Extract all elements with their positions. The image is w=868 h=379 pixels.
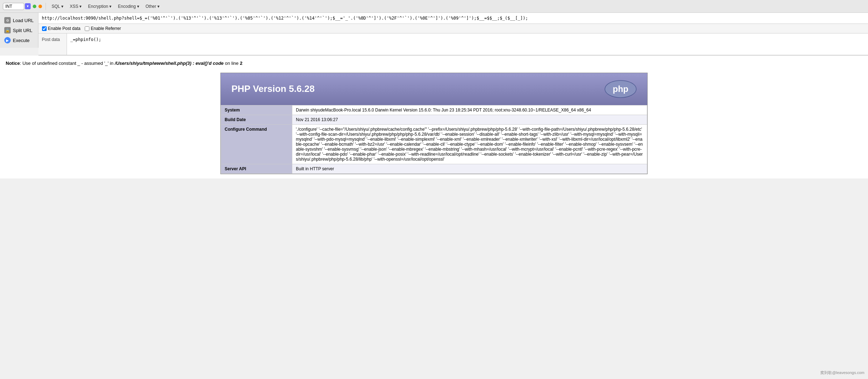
table-row: SystemDarwin shiyudeMacBook-Pro.local 15… — [221, 105, 647, 115]
post-data-area: Post data _=phpinfo(); — [38, 33, 868, 56]
enable-post-label[interactable]: Enable Post data — [42, 26, 80, 31]
notice-path: /Users/shiyu/tmp/www/shell.php(3) : eval… — [115, 61, 224, 66]
post-data-label: Post data — [38, 33, 67, 55]
php-logo: php — [605, 80, 637, 98]
load-url-item[interactable]: ⚙ Load URL — [1, 16, 37, 25]
load-url-icon: ⚙ — [4, 17, 11, 24]
url-input[interactable] — [38, 13, 868, 24]
select-group: INT STRING ▾ — [3, 3, 31, 10]
enable-post-text: Enable Post data — [48, 26, 80, 31]
table-row: Build DateNov 21 2016 13:06:27 — [221, 115, 647, 124]
notice-suffix: on line — [224, 61, 240, 66]
phpinfo-table: SystemDarwin shiyudeMacBook-Pro.local 15… — [221, 105, 647, 174]
php-version: PHP Version 5.6.28 — [231, 83, 315, 94]
phpinfo-wrapper: PHP Version 5.6.28 php SystemDarwin shiy… — [220, 73, 648, 174]
toolbar-separator — [46, 3, 46, 10]
split-url-label: Split URL — [13, 28, 32, 33]
toolbar: INT STRING ▾ SQL XSS Encryption Encoding… — [0, 0, 868, 13]
url-bar — [38, 13, 868, 24]
enable-referrer-label[interactable]: Enable Referrer — [85, 26, 121, 31]
row-label: Server API — [221, 164, 292, 173]
encoding-menu-btn[interactable]: Encoding — [116, 3, 141, 10]
load-url-label: Load URL — [13, 18, 34, 23]
content-area: Enable Post data Enable Referrer Post da… — [38, 13, 868, 56]
checkbox-row: Enable Post data Enable Referrer — [38, 24, 868, 33]
notice-line: Notice: Use of undefined constant _ - as… — [6, 60, 862, 67]
row-value: './configure' '--cache-file="/Users/shiy… — [292, 124, 647, 164]
row-label: Build Date — [221, 115, 292, 124]
other-menu-btn[interactable]: Other — [143, 3, 162, 10]
output-area: Notice: Use of undefined constant _ - as… — [0, 56, 868, 178]
main-layout: ⚙ Load URL 🔒 Split URL ▶ Execute Enable … — [0, 13, 868, 56]
select-arrow-btn[interactable]: ▾ — [25, 3, 31, 9]
dot-green-icon — [33, 5, 36, 8]
enable-referrer-text: Enable Referrer — [91, 26, 121, 31]
execute-icon: ▶ — [4, 37, 11, 43]
xss-menu-btn[interactable]: XSS — [68, 3, 84, 10]
encryption-menu-btn[interactable]: Encryption — [86, 3, 114, 10]
enable-referrer-checkbox[interactable] — [85, 26, 89, 31]
table-row: Server APIBuilt in HTTP server — [221, 164, 647, 173]
split-url-item[interactable]: 🔒 Split URL — [1, 26, 37, 35]
dot-orange-icon — [38, 5, 42, 8]
notice-line-num: 2 — [240, 61, 242, 66]
enable-post-checkbox[interactable] — [42, 26, 47, 31]
row-label: Configure Command — [221, 124, 292, 164]
type-select[interactable]: INT STRING — [3, 3, 24, 10]
notice-prefix: Notice — [6, 61, 20, 66]
row-label: System — [221, 105, 292, 115]
row-value: Built in HTTP server — [292, 164, 647, 173]
table-row: Configure Command'./configure' '--cache-… — [221, 124, 647, 164]
execute-label: Execute — [13, 38, 30, 43]
notice-message: : Use of undefined constant _ - assumed … — [20, 61, 115, 66]
split-url-icon: 🔒 — [4, 27, 11, 33]
svg-text:php: php — [613, 84, 628, 94]
sql-menu-btn[interactable]: SQL — [49, 3, 66, 10]
post-data-input[interactable]: _=phpinfo(); — [67, 33, 868, 55]
php-header: PHP Version 5.6.28 php — [221, 73, 647, 105]
row-value: Nov 21 2016 13:06:27 — [292, 115, 647, 124]
row-value: Darwin shiyudeMacBook-Pro.local 15.6.0 D… — [292, 105, 647, 115]
sidebar: ⚙ Load URL 🔒 Split URL ▶ Execute — [0, 13, 38, 48]
execute-item[interactable]: ▶ Execute — [1, 36, 37, 45]
